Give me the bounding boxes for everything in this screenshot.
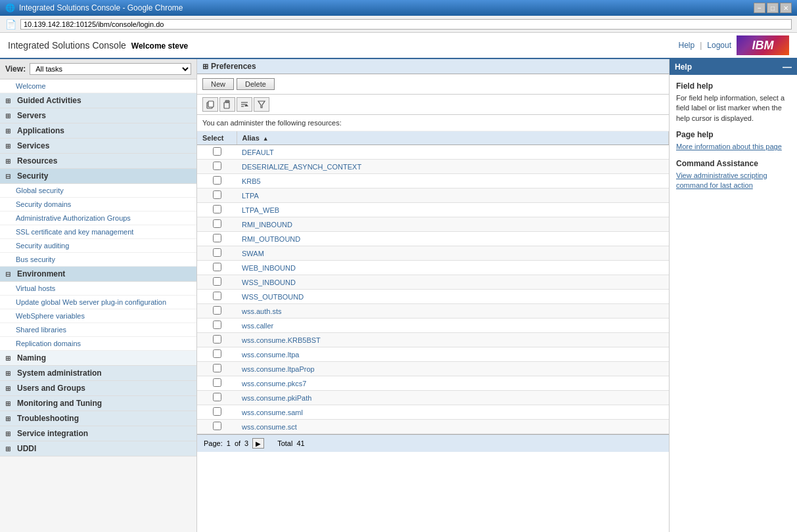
view-select[interactable]: All tasks <box>30 63 191 75</box>
alias-link[interactable]: LTPA <box>242 192 259 200</box>
row-checkbox[interactable] <box>213 349 221 358</box>
nav-guided-activities[interactable]: ⊞ Guided Activities <box>0 93 196 108</box>
nav-service-integration[interactable]: ⊞ Service integration <box>0 426 196 441</box>
nav-security-domains[interactable]: Security domains <box>0 198 196 211</box>
row-checkbox[interactable] <box>213 292 221 300</box>
svg-rect-1 <box>208 101 214 107</box>
alias-link[interactable]: WSS_INBOUND <box>242 278 296 286</box>
nav-shared-libraries[interactable]: Shared libraries <box>0 323 196 337</box>
nav-global-security[interactable]: Global security <box>0 184 196 198</box>
alias-cell: wss.consume.pkiPath <box>237 391 669 405</box>
page-help-link[interactable]: More information about this page <box>676 142 790 152</box>
nav-uddi[interactable]: ⊞ UDDI <box>0 441 196 456</box>
nav-monitoring-tuning[interactable]: ⊞ Monitoring and Tuning <box>0 396 196 411</box>
row-checkbox[interactable] <box>213 162 221 170</box>
nav-virtual-hosts[interactable]: Virtual hosts <box>0 282 196 296</box>
delete-button[interactable]: Delete <box>237 78 275 90</box>
alias-link[interactable]: wss.consume.ltpaProp <box>242 365 315 373</box>
alias-link[interactable]: wss.consume.pkiPath <box>242 394 311 402</box>
alias-link[interactable]: KRB5 <box>242 177 261 185</box>
row-checkbox[interactable] <box>213 321 221 329</box>
row-checkbox[interactable] <box>213 378 221 387</box>
alias-link[interactable]: DESERIALIZE_ASYNCH_CONTEXT <box>242 163 361 171</box>
row-checkbox[interactable] <box>213 364 221 372</box>
alias-col-header[interactable]: Alias ▲ <box>237 131 669 145</box>
maximize-button[interactable]: □ <box>767 3 779 13</box>
nav-troubleshooting[interactable]: ⊞ Troubleshooting <box>0 411 196 426</box>
help-link[interactable]: Help <box>678 41 695 50</box>
row-checkbox[interactable] <box>213 190 221 199</box>
nav-system-admin[interactable]: ⊞ System administration <box>0 366 196 381</box>
nav-ssl-cert[interactable]: SSL certificate and key management <box>0 225 196 239</box>
alias-link[interactable]: RMI_OUTBOUND <box>242 235 300 243</box>
nav-resources-label: Resources <box>17 156 57 166</box>
alias-link[interactable]: wss.consume.KRB5BST <box>242 336 321 344</box>
alias-link[interactable]: wss.consume.sct <box>242 423 297 431</box>
row-checkbox[interactable] <box>213 176 221 185</box>
alias-link[interactable]: wss.consume.saml <box>242 409 303 416</box>
nav-bus-security[interactable]: Bus security <box>0 253 196 267</box>
expand-icon: ⊞ <box>5 385 14 392</box>
alias-link[interactable]: RMI_INBOUND <box>242 221 292 229</box>
alias-cell: DEFAULT <box>237 145 669 160</box>
help-close-btn[interactable]: — <box>783 62 792 72</box>
filter-icon <box>257 100 266 109</box>
browser-icon: 🌐 <box>5 3 15 12</box>
filter-icon-btn[interactable] <box>254 97 269 112</box>
alias-link[interactable]: WEB_INBOUND <box>242 264 296 272</box>
nav-websphere-variables[interactable]: WebSphere variables <box>0 309 196 323</box>
row-checkbox[interactable] <box>213 335 221 344</box>
nav-users-groups[interactable]: ⊞ Users and Groups <box>0 381 196 396</box>
nav-resources[interactable]: ⊞ Resources <box>0 154 196 169</box>
paste-icon-btn[interactable] <box>219 97 235 112</box>
nav-admin-auth-groups[interactable]: Administrative Authorization Groups <box>0 211 196 225</box>
copy-icon-btn[interactable] <box>202 97 218 112</box>
nav-replication-domains[interactable]: Replication domains <box>0 337 196 351</box>
left-nav: View: All tasks Welcome ⊞ Guided Activit… <box>0 59 197 532</box>
app-header: Integrated Solutions Console Welcome ste… <box>0 33 797 59</box>
alias-cell: RMI_OUTBOUND <box>237 232 669 246</box>
nav-update-global-web[interactable]: Update global Web server plug-in configu… <box>0 296 196 309</box>
nav-naming[interactable]: ⊞ Naming <box>0 351 196 366</box>
expand-icon: ⊞ <box>5 158 14 165</box>
header-right: Help | Logout IBM <box>678 35 789 55</box>
logout-link[interactable]: Logout <box>707 41 731 50</box>
alias-link[interactable]: LTPA_WEB <box>242 206 279 214</box>
row-checkbox[interactable] <box>213 234 221 242</box>
alias-link[interactable]: wss.auth.sts <box>242 307 282 315</box>
nav-security[interactable]: ⊟ Security <box>0 169 196 184</box>
row-checkbox[interactable] <box>213 422 221 430</box>
alias-link[interactable]: wss.caller <box>242 322 273 330</box>
command-link[interactable]: View administrative scripting command fo… <box>676 171 790 191</box>
alias-link[interactable]: WSS_OUTBOUND <box>242 293 304 301</box>
nav-security-auditing[interactable]: Security auditing <box>0 239 196 253</box>
nav-environment[interactable]: ⊟ Environment <box>0 267 196 282</box>
nav-applications[interactable]: ⊞ Applications <box>0 123 196 139</box>
new-button[interactable]: New <box>202 78 234 90</box>
alias-link[interactable]: SWAM <box>242 250 264 257</box>
total-pages: 3 <box>244 439 248 447</box>
row-checkbox[interactable] <box>213 205 221 213</box>
sort-icon-btn[interactable] <box>237 97 252 112</box>
row-checkbox[interactable] <box>213 248 221 257</box>
alias-link[interactable]: wss.consume.pkcs7 <box>242 380 306 388</box>
address-input[interactable] <box>20 19 792 30</box>
row-checkbox[interactable] <box>213 393 221 401</box>
alias-link[interactable]: DEFAULT <box>242 148 274 156</box>
row-checkbox[interactable] <box>213 306 221 315</box>
alias-cell: wss.consume.pkcs7 <box>237 376 669 391</box>
row-checkbox[interactable] <box>213 219 221 228</box>
nav-servers[interactable]: ⊞ Servers <box>0 108 196 123</box>
next-page-btn[interactable]: ▶ <box>252 438 264 449</box>
row-checkbox[interactable] <box>213 147 221 156</box>
close-button[interactable]: ✕ <box>780 3 792 13</box>
nav-welcome[interactable]: Welcome <box>0 79 196 93</box>
nav-services[interactable]: ⊞ Services <box>0 139 196 154</box>
right-panel: Help — Field help For field help informa… <box>669 59 797 532</box>
row-checkbox[interactable] <box>213 263 221 271</box>
sort-icon <box>240 100 249 109</box>
row-checkbox[interactable] <box>213 277 221 286</box>
alias-link[interactable]: wss.consume.ltpa <box>242 351 299 359</box>
minimize-button[interactable]: − <box>754 3 765 13</box>
row-checkbox[interactable] <box>213 407 221 416</box>
